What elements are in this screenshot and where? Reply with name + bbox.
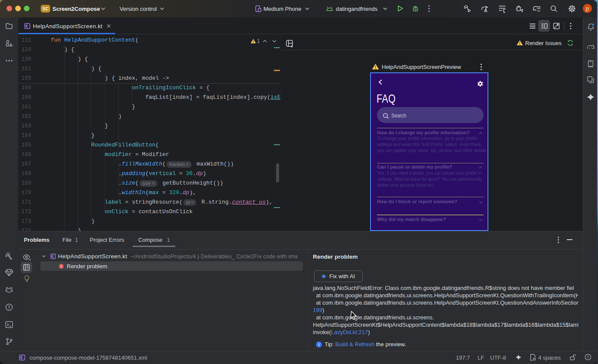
svg-text:A: A (484, 8, 488, 13)
